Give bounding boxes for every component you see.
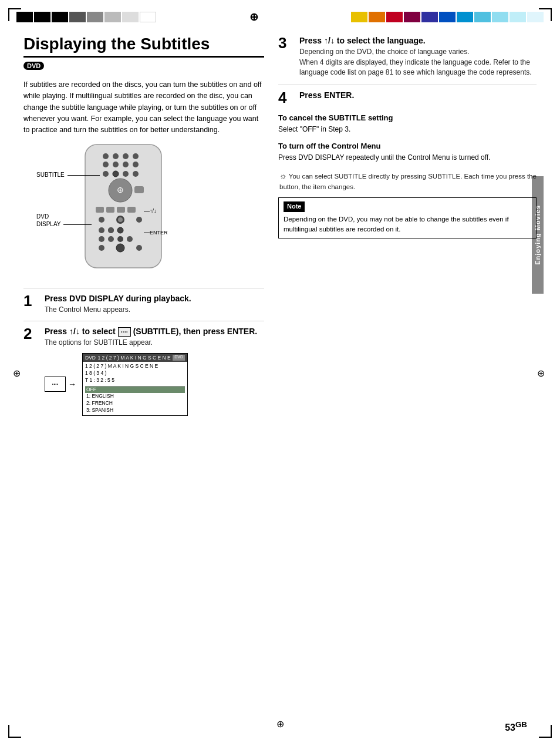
color-block xyxy=(140,12,156,22)
svg-point-12 xyxy=(133,171,139,177)
step-4-number: 4 xyxy=(278,90,295,105)
svg-point-4 xyxy=(133,153,139,159)
intro-text: If subtitles are recorded on the discs, … xyxy=(23,79,264,136)
screen-display: DVD 1 2 ( 2 7 ) M A K I N G S C E N E DV… xyxy=(82,353,188,416)
crosshair-symbol: ⊕ xyxy=(249,11,258,23)
svg-text:↑/↓: ↑/↓ xyxy=(150,208,157,214)
color-block xyxy=(474,12,491,22)
step-2: 2 Press ↑/↓ to select ···· (SUBTITLE), t… xyxy=(23,321,264,416)
svg-point-22 xyxy=(118,217,123,222)
step-4: 4 Press ENTER. xyxy=(278,85,537,105)
screen-line-3: T 1 : 3 2 : 5 5 xyxy=(85,377,185,384)
svg-point-27 xyxy=(108,227,114,233)
border-corner-tl xyxy=(8,8,21,9)
screen-line-2: 1 8 ( 3 4 ) xyxy=(85,370,185,377)
svg-rect-17 xyxy=(106,207,114,213)
screen-option-2: 2: FRENCH xyxy=(85,400,185,407)
svg-text:ENTER: ENTER xyxy=(150,230,168,236)
svg-rect-15 xyxy=(134,186,144,193)
svg-text:⊕: ⊕ xyxy=(117,185,124,194)
step-1-content: Press DVD DISPLAY during playback. The C… xyxy=(45,293,264,315)
right-column: 3 Press ↑/↓ to select the language. Depe… xyxy=(278,35,537,717)
subsection-cancel: To cancel the SUBTITLE setting Select "O… xyxy=(278,113,537,135)
main-content: Displaying the Subtitles DVD If subtitle… xyxy=(23,35,537,717)
border-corner-br-v xyxy=(551,725,552,738)
subsection-cancel-desc: Select "OFF" in Step 3. xyxy=(278,124,537,135)
color-block xyxy=(421,12,438,22)
step-1-number: 1 xyxy=(23,293,40,315)
step-4-content: Press ENTER. xyxy=(299,90,537,105)
page-number: 53GB xyxy=(505,720,527,733)
svg-point-11 xyxy=(123,171,129,177)
svg-point-24 xyxy=(99,227,104,233)
screen-header-right: 1 2 ( 2 7 ) M A K I N G S C E N E xyxy=(97,355,170,361)
svg-point-26 xyxy=(117,227,123,233)
color-block xyxy=(34,12,50,22)
color-block xyxy=(16,12,33,22)
remote-diagram: ⊕ xyxy=(35,143,235,278)
label-dvd-display: DVDDISPLAY xyxy=(36,213,92,228)
subsection-turnoff-desc: Press DVD DISPLAY repeatedly until the C… xyxy=(278,152,537,163)
svg-point-9 xyxy=(103,171,109,177)
step-3-number: 3 xyxy=(278,35,295,78)
screen-option-off: OFF xyxy=(85,387,185,394)
svg-point-23 xyxy=(136,217,142,223)
page-num-suffix: GB xyxy=(515,720,527,729)
label-subtitle: SUBTITLE xyxy=(36,172,100,178)
svg-point-20 xyxy=(99,217,104,223)
subtitle-icon: ···· xyxy=(45,377,66,392)
svg-point-5 xyxy=(103,162,109,167)
color-block xyxy=(69,12,86,22)
svg-point-34 xyxy=(136,245,142,251)
svg-point-3 xyxy=(123,153,129,159)
subsection-cancel-title: To cancel the SUBTITLE setting xyxy=(278,113,537,122)
svg-point-10 xyxy=(113,171,119,177)
color-block xyxy=(404,12,420,22)
svg-point-32 xyxy=(99,245,104,251)
screen-option-3: 3: SPANISH xyxy=(85,407,185,414)
color-block xyxy=(351,12,367,22)
step-2-title: Press ↑/↓ to select ···· (SUBTITLE), the… xyxy=(45,326,264,337)
svg-point-1 xyxy=(103,153,109,159)
svg-point-31 xyxy=(127,236,133,242)
left-crosshair: ⊕ xyxy=(13,368,21,379)
color-block xyxy=(457,12,473,22)
screen-header: DVD 1 2 ( 2 7 ) M A K I N G S C E N E DV… xyxy=(83,354,187,362)
svg-point-8 xyxy=(133,162,139,167)
arrow-icon: → xyxy=(68,379,76,389)
svg-point-2 xyxy=(113,153,119,159)
screen-line-1: 1 2 ( 2 7 ) M A K I N G S C E N E xyxy=(85,363,185,370)
dvd-icon-small: DVD xyxy=(173,355,185,361)
color-block xyxy=(52,12,68,22)
screen-header-left: DVD xyxy=(85,355,96,361)
screen-body: 1 2 ( 2 7 ) M A K I N G S C E N E 1 8 ( … xyxy=(83,362,187,415)
color-block xyxy=(122,12,139,22)
tip-text: You can select SUBTITLE directly by pres… xyxy=(279,173,537,190)
svg-point-28 xyxy=(99,236,104,242)
dvd-badge: DVD xyxy=(23,62,44,70)
tip-box: ☼ You can select SUBTITLE directly by pr… xyxy=(278,170,537,191)
step-2-desc: The options for SUBTITLE appear. xyxy=(45,338,264,348)
page-num-value: 53 xyxy=(505,723,515,732)
step-3: 3 Press ↑/↓ to select the language. Depe… xyxy=(278,35,537,78)
header-colors-left xyxy=(16,12,156,22)
border-corner-bl xyxy=(8,737,21,738)
note-title: Note xyxy=(284,201,305,212)
step-1: 1 Press DVD DISPLAY during playback. The… xyxy=(23,288,264,315)
border-corner-br xyxy=(539,737,552,738)
svg-rect-19 xyxy=(127,207,136,213)
border-corner-tr xyxy=(539,8,552,9)
color-block xyxy=(439,12,456,22)
subsection-turnoff-title: To turn off the Control Menu xyxy=(278,142,537,150)
step-3-content: Press ↑/↓ to select the language. Depend… xyxy=(299,35,537,78)
right-crosshair: ⊕ xyxy=(537,368,545,379)
left-column: Displaying the Subtitles DVD If subtitle… xyxy=(23,35,264,717)
color-block xyxy=(386,12,403,22)
step-3-title: Press ↑/↓ to select the language. xyxy=(299,35,537,46)
step-1-title: Press DVD DISPLAY during playback. xyxy=(45,293,264,304)
step-2-content: Press ↑/↓ to select ···· (SUBTITLE), the… xyxy=(45,326,264,416)
color-block xyxy=(510,12,526,22)
remote-svg: ⊕ xyxy=(68,143,185,273)
screen-option-1: 1: ENGLISH xyxy=(85,393,185,400)
screen-diagram: ···· → DVD 1 2 ( 2 7 ) M A K I N G S C E… xyxy=(45,353,264,416)
